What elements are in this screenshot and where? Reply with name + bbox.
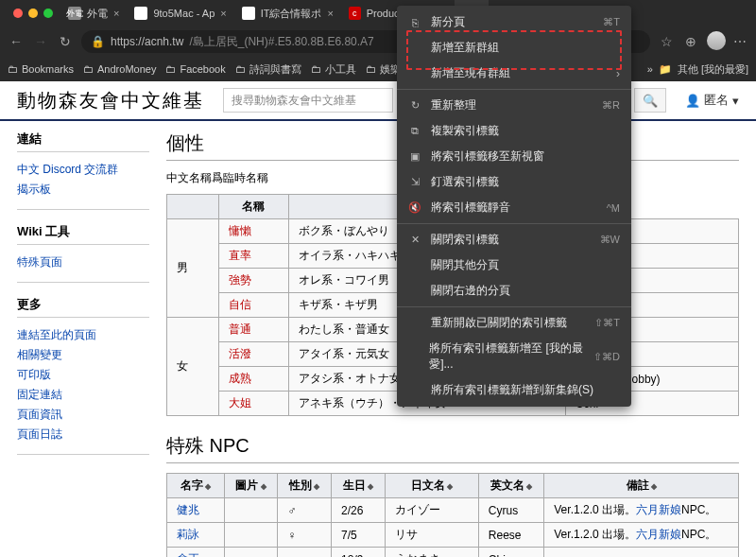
sidebar-link[interactable]: 頁面資訊 bbox=[17, 405, 149, 425]
wiki-redlink[interactable]: 普通 bbox=[229, 322, 251, 336]
user-menu[interactable]: 👤 匿名 ▾ bbox=[685, 92, 739, 109]
forward-button[interactable]: → bbox=[32, 34, 49, 49]
browser-tab[interactable]: 外電外電× bbox=[60, 0, 127, 26]
table-row: 莉詠♀7/5リサReeseVer.1.2.0 出場。六月新娘NPC。 bbox=[167, 523, 739, 548]
reload-button[interactable]: ↻ bbox=[57, 34, 74, 49]
context-menu-item[interactable]: 關閉右邊的分頁 bbox=[397, 278, 631, 304]
context-menu-item[interactable]: ⇲釘選索引標籤 bbox=[397, 169, 631, 195]
wiki-redlink[interactable]: 自信 bbox=[229, 298, 251, 311]
wiki-link[interactable]: 俞正 bbox=[177, 552, 199, 557]
tab-close-button[interactable]: × bbox=[220, 8, 226, 19]
wiki-link[interactable]: 六月新娘 bbox=[636, 503, 681, 516]
favorite-button[interactable]: ☆ bbox=[658, 34, 675, 49]
context-menu-item[interactable]: 將所有索引標籤新增至 [我的最愛]...⇧⌘D bbox=[397, 336, 631, 377]
bookmark-item[interactable]: 🗀Bookmarks bbox=[8, 62, 74, 77]
chevron-down-icon: ▾ bbox=[732, 94, 739, 108]
context-menu-item[interactable]: ▣將索引標籤移至新視窗 bbox=[397, 144, 631, 169]
maximize-window-button[interactable] bbox=[43, 9, 53, 18]
menu-item-label: 將所有索引標籤新增到新集錦(S) bbox=[431, 382, 593, 398]
group-cell: 女 bbox=[167, 318, 219, 416]
context-menu-item[interactable]: ✕關閉索引標籤⌘W bbox=[397, 227, 631, 252]
window-controls bbox=[6, 9, 60, 18]
menu-item-icon: ⎘ bbox=[408, 17, 421, 28]
table-header-sortable[interactable]: 生日 bbox=[332, 474, 386, 498]
tab-close-button[interactable]: × bbox=[327, 8, 333, 19]
chevron-right-icon: › bbox=[616, 67, 620, 80]
bookmark-item[interactable]: 🗀詩詞與書寫 bbox=[235, 62, 301, 77]
context-menu-item[interactable]: 重新開啟已關閉的索引標籤⇧⌘T bbox=[397, 310, 631, 336]
tab-favicon: c bbox=[349, 7, 361, 20]
wiki-link[interactable]: 健兆 bbox=[177, 503, 199, 516]
profile-avatar[interactable] bbox=[707, 31, 724, 53]
menu-item-icon: ⧉ bbox=[408, 125, 421, 137]
sidebar-link[interactable]: 揭示板 bbox=[17, 180, 149, 200]
search-input[interactable]: 搜尋動物森友會中文維基 bbox=[223, 88, 393, 113]
menu-item-label: 新增至現有群組 bbox=[431, 65, 510, 81]
bookmark-item[interactable]: 🗀Facebook bbox=[165, 62, 225, 77]
menu-item-icon: ⇲ bbox=[408, 176, 421, 188]
context-menu-item[interactable]: 關閉其他分頁 bbox=[397, 252, 631, 278]
back-button[interactable]: ← bbox=[8, 34, 25, 49]
wiki-redlink[interactable]: 強勢 bbox=[229, 273, 251, 287]
table-header-sortable[interactable]: 英文名 bbox=[478, 474, 543, 498]
npc-table: 名字圖片性別生日日文名英文名備註健兆♂2/26カイゾーCyrusVer.1.2.… bbox=[166, 473, 739, 557]
table-header bbox=[167, 195, 219, 219]
table-header-sortable[interactable]: 名字 bbox=[167, 474, 225, 498]
search-button[interactable]: 🔍 bbox=[634, 88, 666, 113]
sidebar-link[interactable]: 中文 Discord 交流群 bbox=[17, 160, 149, 180]
close-window-button[interactable] bbox=[13, 9, 23, 18]
wiki-redlink[interactable]: 直率 bbox=[229, 249, 251, 262]
sidebar-link[interactable]: 固定連結 bbox=[17, 385, 149, 405]
sidebar-link[interactable]: 相關變更 bbox=[17, 345, 149, 365]
bookmark-bar: 🗀Bookmarks🗀AndroMoney🗀Facebook🗀詩詞與書寫🗀小工具… bbox=[0, 57, 756, 81]
menu-item-icon: ✕ bbox=[408, 234, 421, 246]
table-header-sortable[interactable]: 性別 bbox=[278, 474, 332, 498]
table-row: 俞正♂12/9うおまさChip bbox=[167, 548, 739, 558]
sidebar-block: 更多連結至此的頁面相關變更可印版固定連結頁面資訊頁面日誌 bbox=[17, 296, 149, 455]
user-icon: 👤 bbox=[685, 94, 700, 108]
menu-separator bbox=[397, 89, 631, 90]
menu-item-label: 重新開啟已關閉的索引標籤 bbox=[431, 315, 567, 331]
sidebar-block: 連結中文 Discord 交流群揭示板 bbox=[17, 131, 149, 210]
context-menu-item[interactable]: 新增至現有群組› bbox=[397, 61, 631, 86]
wiki-redlink[interactable]: 成熟 bbox=[229, 372, 251, 385]
bookmark-item[interactable]: 🗀AndroMoney bbox=[83, 62, 156, 77]
menu-shortcut: ⌘R bbox=[602, 99, 620, 112]
menu-shortcut: ⌘T bbox=[603, 16, 620, 28]
sidebar-link[interactable]: 可印版 bbox=[17, 365, 149, 385]
menu-item-label: 複製索引標籤 bbox=[431, 123, 499, 139]
minimize-window-button[interactable] bbox=[28, 9, 38, 18]
wiki-redlink[interactable]: 慵懶 bbox=[229, 224, 251, 237]
menu-button[interactable]: ⋯ bbox=[731, 34, 748, 49]
context-menu-item[interactable]: 🔇將索引標籤靜音^M bbox=[397, 195, 631, 220]
bookmark-overflow-icon[interactable]: » bbox=[647, 63, 653, 75]
menu-separator bbox=[397, 223, 631, 224]
table-header-sortable[interactable]: 日文名 bbox=[385, 474, 478, 498]
tab-context-menu: ⎘新分頁⌘T新增至新群組新增至現有群組›↻重新整理⌘R⧉複製索引標籤▣將索引標籤… bbox=[397, 6, 631, 407]
context-menu-item[interactable]: ⧉複製索引標籤 bbox=[397, 118, 631, 144]
wiki-redlink[interactable]: 活潑 bbox=[229, 347, 251, 360]
table-header-sortable[interactable]: 圖片 bbox=[224, 474, 278, 498]
sidebar-link[interactable]: 頁面日誌 bbox=[17, 425, 149, 444]
wiki-redlink[interactable]: 大姐 bbox=[229, 396, 251, 409]
table-header-sortable[interactable]: 備註 bbox=[544, 474, 739, 498]
wiki-link[interactable]: 莉詠 bbox=[177, 528, 199, 541]
context-menu-item[interactable]: ⎘新分頁⌘T bbox=[397, 9, 631, 35]
site-header: 動物森友會中文維基 搜尋動物森友會中文維基 🔍 👤 匿名 ▾ bbox=[0, 81, 756, 121]
bookmark-item[interactable]: 🗀娛樂 bbox=[366, 62, 401, 77]
bookmark-item[interactable]: 🗀小工具 bbox=[311, 62, 356, 77]
wiki-link[interactable]: 六月新娘 bbox=[636, 528, 681, 541]
menu-shortcut: ⇧⌘D bbox=[593, 351, 620, 363]
url-host: https://acnh.tw bbox=[111, 35, 183, 48]
tab-close-button[interactable]: × bbox=[113, 8, 119, 19]
context-menu-item[interactable]: 新增至新群組 bbox=[397, 35, 631, 61]
browser-tab[interactable]: 9to5Mac - Ap× bbox=[127, 0, 233, 26]
context-menu-item[interactable]: ↻重新整理⌘R bbox=[397, 93, 631, 118]
bookmark-overflow-label[interactable]: 其他 [我的最愛] bbox=[678, 62, 748, 77]
browser-tab[interactable]: ITIT綜合情報ポ× bbox=[234, 0, 341, 26]
context-menu-item[interactable]: 將所有索引標籤新增到新集錦(S) bbox=[397, 377, 631, 403]
sidebar-link[interactable]: 連結至此的頁面 bbox=[17, 325, 149, 345]
menu-shortcut: ⌘W bbox=[600, 234, 620, 246]
sidebar-link[interactable]: 特殊頁面 bbox=[17, 252, 149, 272]
collections-button[interactable]: ⊕ bbox=[682, 34, 699, 49]
